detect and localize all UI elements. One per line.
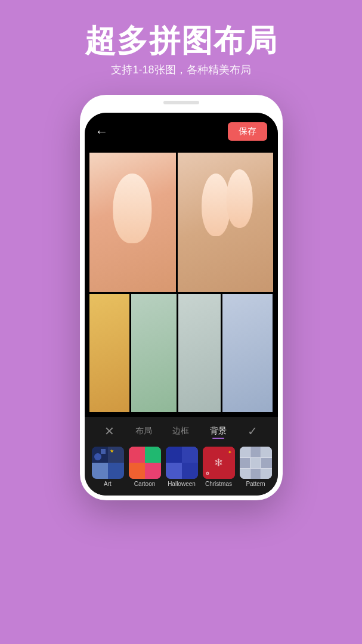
tab-border[interactable]: 边框: [172, 426, 189, 436]
back-button[interactable]: ←: [95, 124, 109, 140]
photo-cell-4[interactable]: [131, 294, 177, 412]
bottom-toolbar: ✕ 布局 边框 背景 ✓: [85, 417, 278, 496]
theme-item-halloween[interactable]: Halloween: [166, 447, 198, 487]
theme-item-cartoon[interactable]: Cartoon: [129, 447, 161, 487]
sub-title: 支持1-18张图，各种精美布局: [0, 63, 362, 77]
photo-face-decoration-1: [113, 174, 151, 243]
save-button[interactable]: 保存: [228, 122, 267, 141]
theme-label-halloween: Halloween: [168, 481, 196, 487]
phone-notch: [163, 101, 199, 104]
theme-item-pattern[interactable]: Pattern: [240, 447, 272, 487]
theme-thumb-art: ★: [92, 447, 124, 479]
tab-background[interactable]: 背景: [210, 426, 227, 436]
screen-header: ← 保存: [85, 113, 278, 148]
photo-cell-1[interactable]: [89, 153, 176, 292]
collage-bottom-row: [89, 294, 273, 412]
main-title: 超多拼图布局: [0, 24, 362, 58]
theme-item-art[interactable]: ★ Art: [92, 447, 124, 487]
close-icon[interactable]: ✕: [104, 424, 115, 438]
theme-label-art: Art: [104, 481, 112, 487]
theme-label-pattern: Pattern: [246, 481, 265, 487]
phone-body: ← 保存: [80, 95, 283, 500]
photo-cell-6[interactable]: [222, 294, 273, 412]
collage-top-row: [89, 153, 273, 292]
toolbar-tabs: ✕ 布局 边框 背景 ✓: [85, 424, 278, 438]
collage-grid: [89, 153, 273, 412]
theme-strip: ★ Art: [85, 444, 278, 491]
tab-layout[interactable]: 布局: [135, 426, 152, 436]
theme-item-christmas[interactable]: ❄ ✦ ✿ Christmas: [203, 447, 235, 487]
theme-label-christmas: Christmas: [205, 481, 232, 487]
photo-collage: [85, 148, 278, 417]
theme-thumb-halloween: [166, 447, 198, 479]
phone-screen: ← 保存: [85, 113, 278, 496]
photo-cell-3[interactable]: [89, 294, 129, 412]
header-section: 超多拼图布局 支持1-18张图，各种精美布局: [0, 0, 362, 89]
theme-thumb-cartoon: [129, 447, 161, 479]
check-icon[interactable]: ✓: [247, 424, 258, 438]
photo-cell-5[interactable]: [178, 294, 221, 412]
photo-cell-2[interactable]: [178, 153, 273, 292]
theme-label-cartoon: Cartoon: [134, 481, 156, 487]
phone-mockup: ← 保存: [80, 95, 283, 500]
photo-face-decoration-3: [226, 169, 253, 228]
theme-thumb-christmas: ❄ ✦ ✿: [203, 447, 235, 479]
theme-thumb-pattern: [240, 447, 272, 479]
